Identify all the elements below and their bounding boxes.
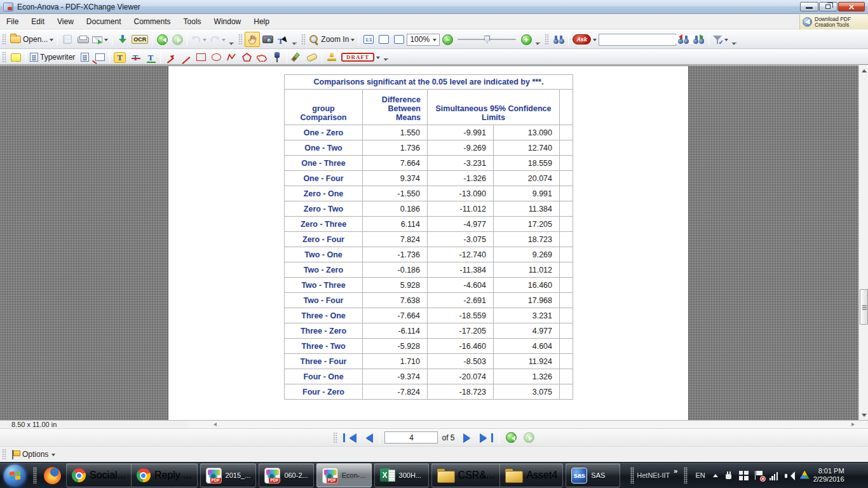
vertical-scrollbar-thumb[interactable]	[860, 289, 868, 325]
view-forward-button[interactable]	[522, 431, 537, 445]
arrow-tool-button[interactable]	[163, 51, 178, 64]
scroll-down-button[interactable]	[859, 410, 868, 420]
restore-button[interactable]	[819, 2, 837, 11]
draft-stamp-button[interactable]: DRAFT	[339, 51, 382, 64]
title-bar[interactable]: Econ-Anova - PDF-XChange Viewer	[0, 0, 868, 14]
options-dropdown-caret[interactable]	[51, 454, 55, 458]
toolbar-overflow-chevron[interactable]	[229, 38, 235, 48]
taskbar-pdf-econ-button[interactable]: PDF Econ-...	[316, 463, 372, 487]
highlight-text-button[interactable]: T	[112, 51, 128, 64]
taskbar-clock[interactable]: 8:01 PM 2/29/2016	[813, 467, 844, 484]
go-back-button[interactable]	[154, 32, 170, 47]
horizontal-scrollbar[interactable]	[187, 421, 868, 429]
snapshot-button[interactable]	[260, 32, 275, 47]
ocr-button[interactable]: OCR	[130, 32, 150, 47]
deskband-overflow-chevron[interactable]: »	[674, 467, 677, 475]
filter-button[interactable]: ✓	[711, 32, 730, 47]
zoom-in-button[interactable]: Zoom In	[308, 32, 356, 47]
search-next-button[interactable]	[691, 32, 707, 47]
taskbar-grip[interactable]	[630, 467, 634, 484]
toolbar-grip[interactable]	[2, 34, 6, 45]
taskbar-excel-button[interactable]: X 300H...	[374, 463, 429, 487]
pin-tool-button[interactable]	[269, 51, 285, 64]
scroll-left-icon[interactable]	[212, 423, 217, 426]
zoom-slider[interactable]	[458, 35, 516, 44]
oval-tool-button[interactable]	[208, 51, 224, 64]
scroll-right-icon[interactable]	[851, 423, 857, 426]
toolbar-grip[interactable]	[2, 51, 6, 63]
email-dropdown-caret[interactable]	[104, 39, 108, 43]
toolbar-grip[interactable]	[2, 449, 6, 460]
search-combo[interactable]	[599, 34, 676, 46]
actual-size-button[interactable]: 1:1	[361, 32, 376, 47]
toolbar-overflow-chevron[interactable]	[731, 38, 738, 48]
redo-dropdown-caret[interactable]	[222, 39, 226, 43]
next-page-button[interactable]	[461, 431, 477, 445]
zoom-slider-thumb[interactable]	[484, 36, 490, 43]
ask-dropdown-caret[interactable]	[593, 39, 597, 43]
toolbar-overflow-chevron[interactable]	[535, 38, 541, 48]
polygon-tool-button[interactable]	[239, 51, 254, 64]
toolbar-grip[interactable]	[333, 432, 337, 444]
strikeout-text-button[interactable]: T	[128, 51, 143, 64]
start-button[interactable]	[3, 464, 27, 487]
save-button[interactable]	[60, 32, 75, 47]
document-canvas[interactable]: Comparisons significant at the 0.05 leve…	[0, 65, 868, 420]
taskbar-sas-button[interactable]: sas SAS	[566, 463, 620, 487]
taskbar-folder-csr-button[interactable]: CSR&...	[432, 464, 500, 487]
filter-dropdown-caret[interactable]	[724, 39, 728, 43]
text-box-button[interactable]	[77, 51, 92, 64]
action-center-flag-icon[interactable]	[754, 471, 764, 480]
undo-button[interactable]	[189, 32, 208, 47]
open-button[interactable]: Open...	[8, 32, 55, 47]
volume-icon[interactable]	[785, 471, 794, 480]
last-page-button[interactable]	[479, 431, 494, 445]
google-drive-icon[interactable]	[800, 471, 810, 480]
pdf-page[interactable]: Comparisons significant at the 0.05 leve…	[168, 66, 688, 420]
taskbar-pdf-060-button[interactable]: PDF 060-2...	[259, 463, 313, 487]
fit-width-button[interactable]	[391, 32, 407, 47]
menu-comments[interactable]: Comments	[128, 15, 177, 29]
fit-page-button[interactable]	[376, 32, 391, 47]
pencil-tool-button[interactable]	[289, 51, 304, 64]
select-text-button[interactable]: T	[275, 32, 290, 47]
download-pdf-tools-button[interactable]: Download PDF Creation Tools	[799, 15, 868, 29]
sticky-note-button[interactable]	[8, 51, 24, 64]
network-signal-icon[interactable]	[770, 471, 779, 480]
taskbar-firefox-button[interactable]	[39, 463, 65, 487]
cloud-tool-button[interactable]	[254, 51, 269, 64]
zoom-in-plus-button[interactable]: +	[519, 32, 534, 47]
search-previous-button[interactable]	[676, 32, 691, 47]
zoom-level-caret[interactable]	[433, 39, 437, 43]
taskbar-pdf-2015-button[interactable]: PDF 2015_...	[200, 463, 257, 487]
toolbar-grip[interactable]	[545, 34, 549, 45]
email-button[interactable]	[90, 32, 110, 47]
vertical-scrollbar[interactable]	[858, 65, 868, 420]
taskbar-chrome-social-button[interactable]: Social...	[67, 464, 131, 487]
power-plug-icon[interactable]	[724, 471, 733, 480]
scroll-up-button[interactable]	[859, 65, 868, 75]
taskbar-chrome-reply-button[interactable]: Reply ...	[131, 464, 197, 487]
ask-search-provider-button[interactable]: Ask	[571, 32, 599, 47]
toolbar-grip[interactable]	[238, 34, 243, 45]
zoom-level-combo[interactable]: 100%	[407, 34, 440, 46]
menu-tools[interactable]: Tools	[177, 15, 208, 29]
go-forward-button[interactable]	[170, 32, 185, 47]
options-label[interactable]: Options	[22, 450, 48, 459]
polyline-tool-button[interactable]	[224, 51, 239, 64]
deskband-toolbar[interactable]: HetNEt-IIT »	[637, 471, 677, 479]
draft-dropdown-caret[interactable]	[376, 57, 380, 61]
menu-file[interactable]: File	[0, 15, 25, 29]
undo-dropdown-caret[interactable]	[203, 39, 207, 43]
menu-view[interactable]: View	[51, 15, 80, 29]
taskbar-grip[interactable]	[684, 467, 688, 484]
toolbar-grip[interactable]	[301, 34, 306, 45]
taskbar-grip[interactable]	[33, 467, 37, 484]
underline-text-button[interactable]: T	[143, 51, 158, 64]
menu-edit[interactable]: Edit	[25, 15, 51, 29]
page-number-input[interactable]	[384, 431, 438, 444]
minimize-button[interactable]	[800, 2, 818, 11]
show-hidden-icons-button[interactable]	[713, 471, 718, 477]
language-indicator[interactable]: EN	[695, 471, 705, 479]
line-tool-button[interactable]	[178, 51, 193, 64]
